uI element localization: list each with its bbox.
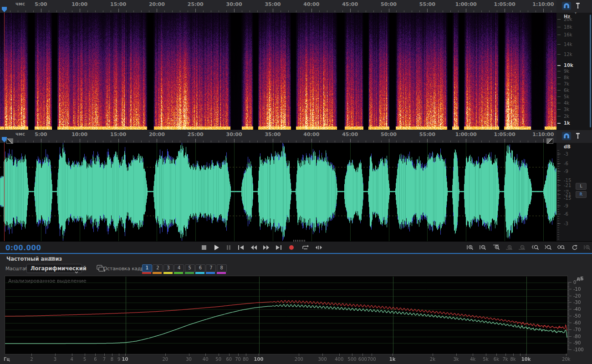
time-tick <box>497 10 497 12</box>
freq-scale-tick <box>557 103 561 103</box>
db-axis-tick <box>567 297 569 298</box>
time-tick-label: 20:00 <box>149 131 165 137</box>
frequency-analysis-panel: Частотный анализ Масштаб: Логарифмически… <box>0 254 592 364</box>
zoom-out-horizontal-button[interactable] <box>477 243 488 252</box>
time-tick-label: 1:05:00 <box>494 1 515 7</box>
zoom-full-button[interactable] <box>582 243 592 252</box>
stop-button[interactable] <box>199 243 209 252</box>
db-axis-tick <box>567 337 569 338</box>
time-tick-label: 45:00 <box>342 131 358 137</box>
zoom-selection-both-button[interactable] <box>556 243 566 252</box>
hold-button-2[interactable]: 2 <box>153 264 163 272</box>
freq-scale-label: 2k <box>564 114 569 119</box>
time-tick-label: 1:00:00 <box>455 1 477 7</box>
freq-axis-label: 7 <box>103 357 106 362</box>
db-scale-tick <box>557 194 561 195</box>
time-tick <box>342 10 343 12</box>
time-tick <box>358 141 358 142</box>
skip-to-start-button[interactable] <box>235 243 246 252</box>
freq-axis-label: 400 <box>335 357 343 362</box>
db-axis-label: -60 <box>573 320 581 325</box>
db-axis-label: -80 <box>573 334 581 339</box>
analysis-toolbar: Масштаб: Логарифмический Остановка кадра… <box>0 263 592 276</box>
time-tick <box>141 141 142 142</box>
zoom-selection-left-button[interactable] <box>530 243 541 252</box>
freq-axis-tick <box>31 354 32 356</box>
waveform-timeline-ruler[interactable]: чмс 5:0010:0015:0020:0025:0030:0035:0040… <box>0 130 556 143</box>
freq-axis-tick <box>496 354 497 356</box>
time-tick <box>257 141 258 142</box>
snap-magnet-icon[interactable] <box>562 132 571 142</box>
play-button[interactable] <box>211 243 222 252</box>
hold-color-bar-5 <box>185 272 194 274</box>
hold-button-5[interactable]: 5 <box>185 264 195 272</box>
marker-pin-icon[interactable] <box>575 132 581 141</box>
hold-button-4[interactable]: 4 <box>174 264 184 272</box>
zoom-in-vertical-button[interactable] <box>504 243 515 252</box>
db-axis-tick <box>567 321 569 322</box>
hold-button-1[interactable]: 1 <box>142 264 152 272</box>
record-button[interactable] <box>286 243 297 252</box>
skip-to-end-button[interactable] <box>273 243 284 252</box>
hold-button-7[interactable]: 7 <box>206 264 216 272</box>
hold-color-bar-4 <box>174 272 183 274</box>
zoom-in-horizontal-button[interactable] <box>464 243 475 252</box>
freq-scale-label: 6k <box>564 88 569 93</box>
reset-zoom-button[interactable] <box>569 243 580 252</box>
loop-playback-button[interactable] <box>300 243 311 252</box>
time-tick <box>373 141 374 142</box>
scale-collapse-icon[interactable]: ▾ <box>575 11 577 15</box>
hold-button-3[interactable]: 3 <box>163 264 174 272</box>
fast-forward-button[interactable] <box>261 243 272 252</box>
spectrogram-display[interactable] <box>0 13 556 130</box>
freq-axis-label: 6k <box>494 357 499 362</box>
db-axis-tick <box>567 328 569 329</box>
snap-magnet-icon[interactable] <box>562 2 571 12</box>
freq-scale-tick <box>557 109 561 110</box>
waveform-ruler-corner <box>556 130 592 143</box>
time-tick <box>80 9 80 12</box>
channel-left-button[interactable]: L <box>576 183 587 190</box>
waveform-grabber-left[interactable] <box>6 138 13 144</box>
scale-dropdown[interactable]: Логарифмический <box>26 264 82 273</box>
zoom-out-vertical-button[interactable] <box>516 243 527 252</box>
time-tick-label: 55:00 <box>419 1 435 7</box>
freq-scale-tick <box>557 96 561 97</box>
vertical-scrollbar[interactable] <box>590 15 591 127</box>
freq-axis-label: 8 <box>111 357 113 362</box>
freq-scale-label: 1k <box>564 121 570 126</box>
spectrogram-timeline-ruler[interactable]: чмс 5:0010:0015:0020:0025:0030:0035:0040… <box>0 0 556 13</box>
time-tick <box>528 141 528 142</box>
waveform-grabber-right[interactable] <box>546 138 553 144</box>
channel-right-button[interactable]: R <box>576 191 587 198</box>
time-tick <box>304 141 304 142</box>
pause-button[interactable] <box>223 243 234 252</box>
freq-scale-label: 14k <box>564 42 572 47</box>
hold-button-8[interactable]: 8 <box>217 264 227 272</box>
time-tick <box>95 141 96 142</box>
time-display: 0:00.000 <box>5 244 41 252</box>
frequency-analysis-plot[interactable] <box>5 276 568 354</box>
waveform-db-scale: dB L R -3-6-9-15-21-∞-21-15-9-6-3 <box>556 143 592 241</box>
hold-button-6[interactable]: 6 <box>195 264 205 272</box>
db-scale-label: -9 <box>564 203 568 208</box>
skip-selection-button[interactable] <box>313 243 324 252</box>
zoom-to-selection-button[interactable] <box>491 243 502 252</box>
time-tick-label: 25:00 <box>188 1 204 7</box>
rewind-button[interactable] <box>248 243 259 252</box>
time-tick <box>481 141 482 142</box>
time-tick <box>358 10 358 12</box>
zoom-selection-right-button[interactable] <box>543 243 554 252</box>
time-tick <box>234 139 235 142</box>
time-tick <box>203 10 204 12</box>
time-tick <box>64 10 65 12</box>
waveform-display[interactable] <box>0 143 556 241</box>
marker-pin-icon[interactable] <box>575 2 581 11</box>
time-tick <box>219 10 219 12</box>
freq-scale-tick <box>557 27 561 27</box>
db-axis-tick <box>567 327 569 327</box>
db-axis-label: -30 <box>573 300 581 305</box>
panel-menu-icon[interactable] <box>49 257 55 261</box>
db-axis-tick <box>567 341 569 342</box>
freq-axis-tick <box>55 354 56 356</box>
